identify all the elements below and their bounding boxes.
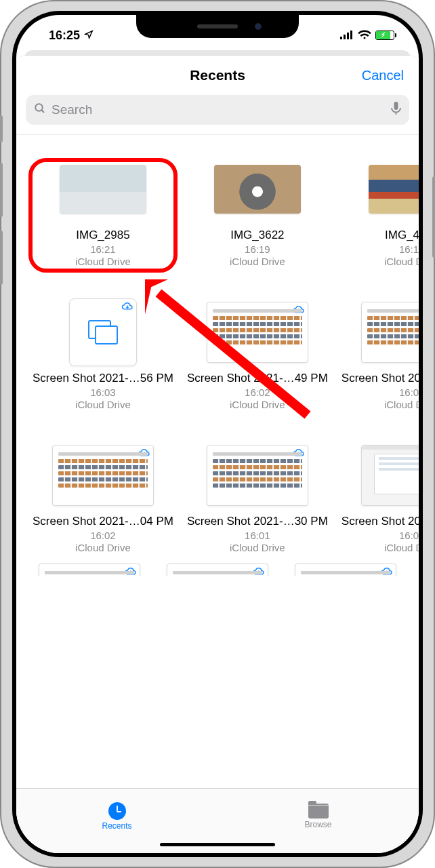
file-item[interactable]: IMG_4477 16:16 iCloud Drive xyxy=(341,155,419,267)
tab-bar: Recents Browse xyxy=(16,788,419,853)
file-thumbnail xyxy=(207,445,308,506)
screen: 16:25 ⚡︎ xyxy=(16,15,419,853)
location-arrow-icon xyxy=(84,28,94,43)
home-indicator[interactable] xyxy=(160,843,275,846)
file-time: 16:21 xyxy=(33,243,173,255)
file-thumbnail xyxy=(361,445,419,506)
file-thumbnail xyxy=(214,165,301,214)
svg-rect-3 xyxy=(350,31,352,39)
file-grid-partial-row xyxy=(16,560,419,576)
file-thumbnail xyxy=(167,564,268,576)
device-volume-up xyxy=(0,163,3,217)
file-thumbnail xyxy=(207,302,308,363)
search-icon xyxy=(34,102,46,118)
file-time: 16:02 xyxy=(341,387,419,398)
file-time: 16:02 xyxy=(33,530,173,541)
svg-rect-2 xyxy=(347,33,349,39)
device-notch xyxy=(136,15,299,38)
navigation-bar: Recents Cancel xyxy=(16,56,419,95)
search-field[interactable] xyxy=(26,95,409,125)
file-time: 16:03 xyxy=(33,387,173,398)
file-name: IMG_4477 xyxy=(341,229,419,242)
search-input[interactable] xyxy=(51,102,386,117)
tab-label: Recents xyxy=(102,821,131,831)
file-time: 16:01 xyxy=(187,530,328,541)
file-thumbnail xyxy=(361,302,419,363)
svg-rect-1 xyxy=(344,35,346,39)
file-item[interactable]: Screen Shot 2021-…52 PM 16:00 iCloud Dri… xyxy=(341,441,419,553)
file-time: 16:02 xyxy=(187,387,328,398)
device-mute-switch xyxy=(0,115,3,142)
svg-rect-6 xyxy=(394,102,398,110)
battery-icon: ⚡︎ xyxy=(375,31,394,40)
file-picker-sheet: Recents Cancel xyxy=(16,56,419,853)
file-grid: IMG_2985 16:21 iCloud Drive IMG_3622 16:… xyxy=(16,135,419,560)
file-location: iCloud Drive xyxy=(341,256,419,267)
tab-browse[interactable]: Browse xyxy=(218,789,419,840)
window-stack-icon xyxy=(88,320,118,344)
file-thumbnail xyxy=(60,165,146,214)
cancel-button[interactable]: Cancel xyxy=(362,68,404,83)
folder-icon xyxy=(308,804,329,818)
file-location: iCloud Drive xyxy=(33,399,173,410)
file-item[interactable]: Screen Shot 2021-…04 PM 16:02 iCloud Dri… xyxy=(33,441,173,553)
file-location: iCloud Drive xyxy=(187,399,328,410)
file-name: Screen Shot 2021-…04 PM xyxy=(33,515,173,528)
cellular-signal-icon xyxy=(340,28,354,43)
status-time: 16:25 xyxy=(49,28,80,43)
file-thumbnail xyxy=(39,564,140,576)
file-location: iCloud Drive xyxy=(33,256,173,267)
file-location: iCloud Drive xyxy=(341,542,419,553)
file-location: iCloud Drive xyxy=(341,399,419,410)
svg-line-5 xyxy=(41,110,44,113)
file-time: 16:19 xyxy=(187,243,328,255)
tab-recents[interactable]: Recents xyxy=(16,789,218,840)
file-item[interactable]: Screen Shot 2021-…30 PM 16:01 iCloud Dri… xyxy=(187,441,328,553)
file-name: IMG_3622 xyxy=(187,229,328,242)
file-name: Screen Shot 2021-…52 PM xyxy=(341,515,419,528)
file-item[interactable]: Screen Shot 2021-…29 PM 16:02 iCloud Dri… xyxy=(341,298,419,410)
file-name: IMG_2985 xyxy=(33,229,173,242)
file-time: 16:00 xyxy=(341,530,419,541)
cloud-download-icon xyxy=(121,302,133,313)
device-volume-down xyxy=(0,231,3,285)
file-thumbnail xyxy=(69,298,137,366)
device-power-button xyxy=(432,176,435,258)
svg-point-4 xyxy=(35,104,43,111)
wifi-icon xyxy=(358,28,371,43)
file-name: Screen Shot 2021-…29 PM xyxy=(341,372,419,385)
file-thumbnail xyxy=(52,445,154,506)
file-name: Screen Shot 2021-…30 PM xyxy=(187,515,328,528)
file-item[interactable]: Screen Shot 2021-…56 PM 16:03 iCloud Dri… xyxy=(33,298,173,410)
file-time: 16:16 xyxy=(341,243,419,255)
file-item[interactable]: IMG_2985 16:21 iCloud Drive xyxy=(33,155,173,267)
svg-rect-0 xyxy=(340,37,342,39)
tab-label: Browse xyxy=(304,820,331,829)
file-thumbnail xyxy=(369,165,419,214)
file-location: iCloud Drive xyxy=(33,542,173,553)
clock-icon xyxy=(108,802,126,820)
device-frame: 16:25 ⚡︎ xyxy=(0,0,435,868)
microphone-icon[interactable] xyxy=(391,102,401,119)
file-item[interactable]: IMG_3622 16:19 iCloud Drive xyxy=(187,155,328,267)
file-name: Screen Shot 2021-…56 PM xyxy=(33,372,173,385)
page-title: Recents xyxy=(190,67,245,83)
file-name: Screen Shot 2021-…49 PM xyxy=(187,372,328,385)
file-item[interactable]: Screen Shot 2021-…49 PM 16:02 iCloud Dri… xyxy=(187,298,328,410)
file-location: iCloud Drive xyxy=(187,256,328,267)
file-location: iCloud Drive xyxy=(187,542,328,553)
file-thumbnail xyxy=(295,564,396,576)
